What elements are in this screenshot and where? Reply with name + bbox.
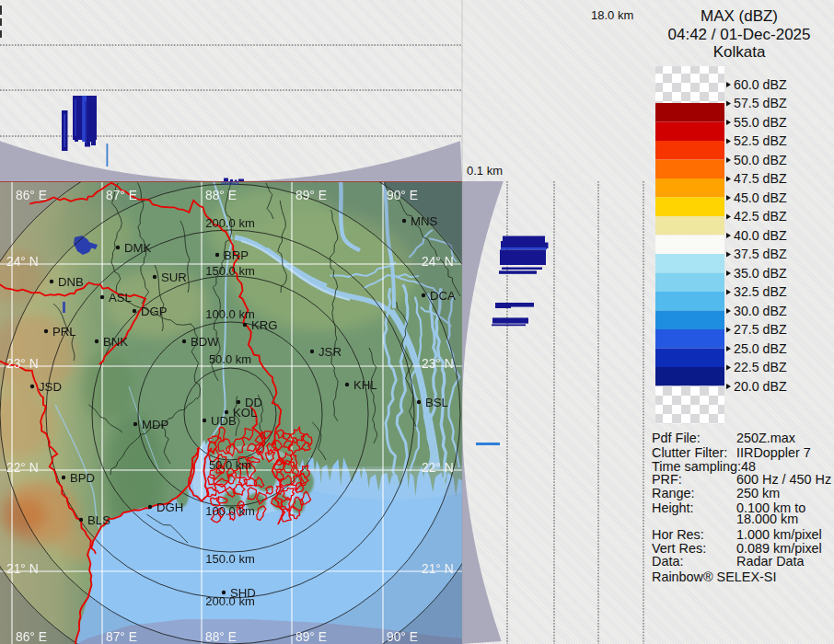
- svg-text:100.0 km: 100.0 km: [205, 307, 254, 321]
- svg-text:UDB: UDB: [211, 414, 237, 428]
- svg-text:21° N: 21° N: [422, 562, 454, 576]
- svg-text:87° E: 87° E: [106, 189, 137, 202]
- svg-text:PRF:: PRF:: [652, 472, 682, 487]
- svg-text:22° N: 22° N: [422, 461, 454, 475]
- svg-text:PRL: PRL: [52, 325, 76, 339]
- svg-text:Height:: Height:: [652, 500, 694, 515]
- svg-text:150.0 km: 150.0 km: [205, 264, 254, 278]
- svg-text:IIRDoppler 7: IIRDoppler 7: [736, 445, 811, 460]
- svg-text:BRP: BRP: [224, 248, 249, 262]
- svg-text:89° E: 89° E: [295, 630, 327, 644]
- svg-text:JSD: JSD: [39, 380, 62, 394]
- svg-text:42.5 dBZ: 42.5 dBZ: [734, 209, 787, 224]
- svg-text:88° E: 88° E: [205, 189, 237, 202]
- svg-text:BDW: BDW: [191, 335, 219, 349]
- svg-text:BSL: BSL: [425, 396, 448, 409]
- svg-text:SUR: SUR: [161, 270, 187, 284]
- svg-text:45.0 dBZ: 45.0 dBZ: [734, 190, 787, 205]
- svg-text:23° N: 23° N: [6, 357, 39, 371]
- svg-text:40.0 dBZ: 40.0 dBZ: [734, 228, 787, 243]
- svg-text:250 km: 250 km: [736, 486, 780, 500]
- svg-text:BLS: BLS: [87, 513, 110, 527]
- svg-text:60.0 dBZ: 60.0 dBZ: [734, 77, 787, 92]
- svg-text:1.000 km/pixel: 1.000 km/pixel: [736, 527, 822, 542]
- svg-text:18.000 km: 18.000 km: [736, 512, 798, 526]
- svg-text:MAX (dBZ): MAX (dBZ): [701, 7, 778, 25]
- svg-text:86° E: 86° E: [16, 630, 47, 644]
- svg-text:JSR: JSR: [319, 345, 342, 359]
- svg-text:50.0 km: 50.0 km: [209, 352, 251, 366]
- svg-text:Hor Res:: Hor Res:: [652, 527, 704, 542]
- svg-text:18.0 km: 18.0 km: [591, 8, 633, 22]
- svg-text:86° E: 86° E: [16, 189, 47, 202]
- svg-text:Kolkata: Kolkata: [713, 43, 766, 61]
- svg-text:250Z.max: 250Z.max: [736, 431, 796, 445]
- svg-text:Data:: Data:: [652, 554, 683, 569]
- svg-text:47.5 dBZ: 47.5 dBZ: [734, 171, 787, 186]
- svg-text:Range:: Range:: [652, 486, 694, 500]
- svg-text:150.0 km: 150.0 km: [205, 552, 254, 566]
- svg-text:22.5 dBZ: 22.5 dBZ: [734, 360, 787, 374]
- svg-text:55.0 dBZ: 55.0 dBZ: [734, 115, 787, 130]
- svg-text:87° E: 87° E: [106, 630, 137, 644]
- svg-text:88° E: 88° E: [205, 630, 237, 644]
- svg-text:Radar Data: Radar Data: [736, 554, 805, 569]
- svg-text:22° N: 22° N: [6, 461, 39, 475]
- svg-text:27.5 dBZ: 27.5 dBZ: [734, 322, 787, 337]
- svg-text:DGH: DGH: [156, 500, 183, 514]
- svg-text:30.0 dBZ: 30.0 dBZ: [734, 304, 787, 318]
- svg-text:MDP: MDP: [142, 418, 169, 431]
- svg-text:BNK: BNK: [103, 335, 128, 349]
- svg-text:Pdf File:: Pdf File:: [652, 431, 701, 445]
- svg-text:0.1 km: 0.1 km: [467, 164, 503, 178]
- svg-text:20.0 dBZ: 20.0 dBZ: [734, 379, 787, 394]
- svg-text:KHL: KHL: [353, 378, 377, 392]
- svg-text:50.0 km: 50.0 km: [209, 458, 251, 472]
- svg-text:DMK: DMK: [124, 241, 152, 255]
- svg-text:DNB: DNB: [58, 275, 84, 289]
- svg-text:50.0 dBZ: 50.0 dBZ: [734, 153, 787, 167]
- svg-text:KRG: KRG: [251, 318, 278, 332]
- svg-text:BPD: BPD: [70, 471, 95, 485]
- svg-text:200.0 km: 200.0 km: [205, 216, 254, 230]
- svg-text:37.5 dBZ: 37.5 dBZ: [734, 247, 787, 261]
- svg-text:90° E: 90° E: [387, 189, 418, 202]
- svg-text:90° E: 90° E: [387, 630, 418, 644]
- svg-text:57.5 dBZ: 57.5 dBZ: [734, 96, 787, 110]
- svg-text:MNS: MNS: [411, 214, 438, 228]
- svg-text:35.0 dBZ: 35.0 dBZ: [734, 266, 787, 281]
- svg-text:DGP: DGP: [141, 305, 168, 318]
- svg-text:KOL: KOL: [233, 406, 257, 420]
- svg-text:100.0 km: 100.0 km: [205, 504, 254, 518]
- svg-text:Rainbow® SELEX-SI: Rainbow® SELEX-SI: [652, 569, 776, 584]
- svg-text:89° E: 89° E: [295, 189, 327, 202]
- svg-text:DCA: DCA: [430, 289, 456, 303]
- svg-text:04:42 / 01-Dec-2025: 04:42 / 01-Dec-2025: [668, 26, 811, 43]
- svg-text:ASL: ASL: [109, 291, 132, 305]
- svg-text:25.0 dBZ: 25.0 dBZ: [734, 341, 787, 356]
- svg-text:Clutter Filter:: Clutter Filter:: [652, 445, 727, 460]
- svg-text:600 Hz / 450 Hz: 600 Hz / 450 Hz: [736, 472, 831, 487]
- svg-text:21° N: 21° N: [6, 562, 39, 576]
- svg-text:23° N: 23° N: [422, 357, 454, 371]
- svg-text:24° N: 24° N: [422, 255, 454, 269]
- svg-text:SHD: SHD: [230, 586, 256, 600]
- svg-text:24° N: 24° N: [6, 255, 39, 269]
- svg-text:32.5 dBZ: 32.5 dBZ: [734, 284, 787, 299]
- svg-text:52.5 dBZ: 52.5 dBZ: [734, 133, 787, 148]
